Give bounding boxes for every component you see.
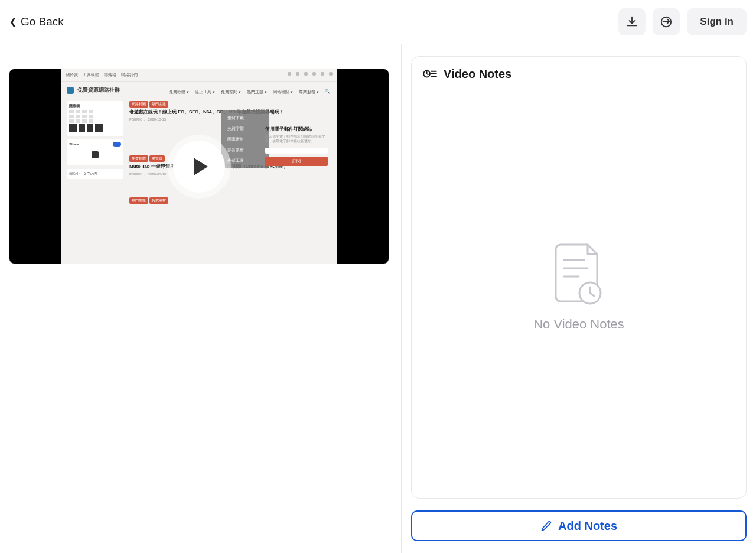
notes-empty-state: No Video Notes — [422, 86, 735, 487]
sign-in-button[interactable]: Sign in — [687, 8, 747, 35]
play-icon — [194, 158, 208, 175]
header-actions: Sign in — [618, 8, 747, 35]
add-notes-button[interactable]: Add Notes — [411, 510, 747, 541]
go-back-button[interactable]: ❮ Go Back — [9, 15, 64, 28]
sign-in-label: Sign in — [700, 16, 734, 28]
chevron-left-icon: ❮ — [9, 17, 17, 27]
video-notes-title: Video Notes — [444, 67, 511, 81]
play-button[interactable] — [173, 141, 225, 193]
empty-notes-icon — [552, 242, 605, 306]
body: 關於我 工具軟體 部落格 聯絡我們 免費資源網路社群 免費軟體 ▾ 線上工具 ▾… — [0, 44, 756, 553]
share-button[interactable] — [653, 8, 680, 35]
header: ❮ Go Back Sign in — [0, 0, 756, 44]
notes-empty-label: No Video Notes — [533, 317, 624, 332]
notes-icon — [422, 66, 438, 82]
video-player[interactable]: 關於我 工具軟體 部落格 聯絡我們 免費資源網路社群 免費軟體 ▾ 線上工具 ▾… — [9, 69, 389, 264]
download-icon — [625, 15, 638, 28]
go-back-label: Go Back — [21, 15, 64, 28]
video-panel: 關於我 工具軟體 部落格 聯絡我們 免費資源網路社群 免費軟體 ▾ 線上工具 ▾… — [0, 44, 402, 553]
add-notes-label: Add Notes — [558, 519, 617, 533]
pencil-icon — [540, 520, 552, 532]
video-notes-card: Video Notes No Video Notes — [411, 56, 747, 499]
video-notes-header: Video Notes — [422, 64, 735, 86]
download-button[interactable] — [618, 8, 646, 35]
notes-panel: Video Notes No Video Notes Add Notes — [402, 44, 756, 553]
share-icon — [660, 15, 673, 28]
